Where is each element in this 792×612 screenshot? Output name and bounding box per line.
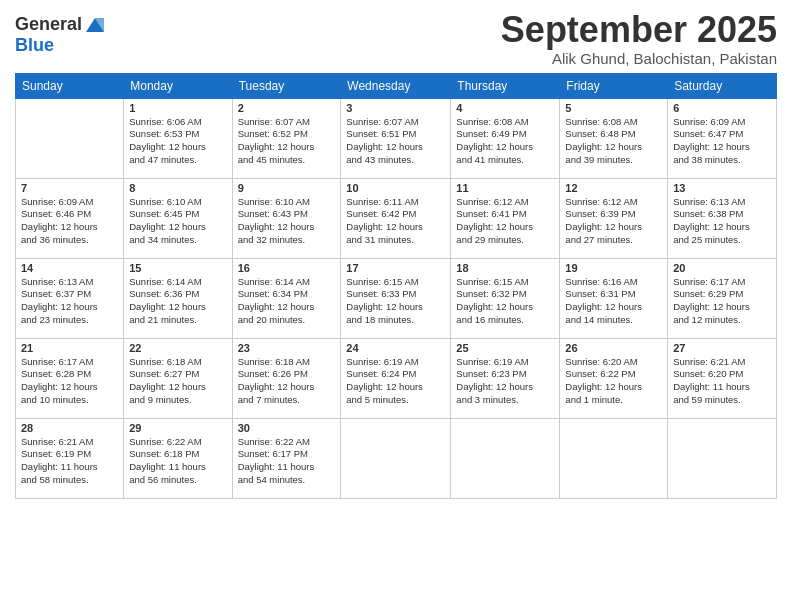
calendar-cell: 24Sunrise: 6:19 AMSunset: 6:24 PMDayligh… — [341, 338, 451, 418]
calendar-cell: 7Sunrise: 6:09 AMSunset: 6:46 PMDaylight… — [16, 178, 124, 258]
day-number: 20 — [673, 262, 771, 274]
day-number: 1 — [129, 102, 226, 114]
day-number: 24 — [346, 342, 445, 354]
logo-blue-text: Blue — [15, 35, 54, 55]
day-number: 16 — [238, 262, 336, 274]
day-number: 30 — [238, 422, 336, 434]
logo-icon — [84, 14, 106, 36]
calendar-cell: 15Sunrise: 6:14 AMSunset: 6:36 PMDayligh… — [124, 258, 232, 338]
day-info: Sunrise: 6:07 AMSunset: 6:52 PMDaylight:… — [238, 116, 336, 167]
calendar-cell: 25Sunrise: 6:19 AMSunset: 6:23 PMDayligh… — [451, 338, 560, 418]
day-info: Sunrise: 6:11 AMSunset: 6:42 PMDaylight:… — [346, 196, 445, 247]
day-info: Sunrise: 6:09 AMSunset: 6:47 PMDaylight:… — [673, 116, 771, 167]
calendar-cell: 16Sunrise: 6:14 AMSunset: 6:34 PMDayligh… — [232, 258, 341, 338]
calendar-cell: 8Sunrise: 6:10 AMSunset: 6:45 PMDaylight… — [124, 178, 232, 258]
day-number: 10 — [346, 182, 445, 194]
calendar-cell: 27Sunrise: 6:21 AMSunset: 6:20 PMDayligh… — [668, 338, 777, 418]
day-number: 13 — [673, 182, 771, 194]
day-info: Sunrise: 6:13 AMSunset: 6:38 PMDaylight:… — [673, 196, 771, 247]
calendar-cell: 3Sunrise: 6:07 AMSunset: 6:51 PMDaylight… — [341, 98, 451, 178]
day-number: 22 — [129, 342, 226, 354]
day-info: Sunrise: 6:13 AMSunset: 6:37 PMDaylight:… — [21, 276, 118, 327]
calendar-header-saturday: Saturday — [668, 73, 777, 98]
calendar-cell: 1Sunrise: 6:06 AMSunset: 6:53 PMDaylight… — [124, 98, 232, 178]
calendar-cell — [341, 418, 451, 498]
day-number: 29 — [129, 422, 226, 434]
day-info: Sunrise: 6:18 AMSunset: 6:26 PMDaylight:… — [238, 356, 336, 407]
day-info: Sunrise: 6:14 AMSunset: 6:34 PMDaylight:… — [238, 276, 336, 327]
calendar-week-row: 21Sunrise: 6:17 AMSunset: 6:28 PMDayligh… — [16, 338, 777, 418]
calendar-cell — [451, 418, 560, 498]
calendar-title: September 2025 — [501, 10, 777, 50]
calendar-cell — [668, 418, 777, 498]
day-info: Sunrise: 6:22 AMSunset: 6:17 PMDaylight:… — [238, 436, 336, 487]
calendar-subtitle: Alik Ghund, Balochistan, Pakistan — [501, 50, 777, 67]
day-info: Sunrise: 6:10 AMSunset: 6:45 PMDaylight:… — [129, 196, 226, 247]
day-number: 12 — [565, 182, 662, 194]
page: General Blue September 2025 Alik Ghund, … — [0, 0, 792, 612]
calendar-header-thursday: Thursday — [451, 73, 560, 98]
day-number: 25 — [456, 342, 554, 354]
calendar-cell: 19Sunrise: 6:16 AMSunset: 6:31 PMDayligh… — [560, 258, 668, 338]
day-number: 5 — [565, 102, 662, 114]
calendar-cell: 6Sunrise: 6:09 AMSunset: 6:47 PMDaylight… — [668, 98, 777, 178]
day-info: Sunrise: 6:15 AMSunset: 6:33 PMDaylight:… — [346, 276, 445, 327]
day-number: 19 — [565, 262, 662, 274]
day-number: 7 — [21, 182, 118, 194]
day-number: 15 — [129, 262, 226, 274]
calendar-table: SundayMondayTuesdayWednesdayThursdayFrid… — [15, 73, 777, 499]
day-number: 28 — [21, 422, 118, 434]
calendar-cell — [560, 418, 668, 498]
logo-general-text: General — [15, 15, 82, 35]
calendar-cell — [16, 98, 124, 178]
calendar-cell: 2Sunrise: 6:07 AMSunset: 6:52 PMDaylight… — [232, 98, 341, 178]
calendar-cell: 21Sunrise: 6:17 AMSunset: 6:28 PMDayligh… — [16, 338, 124, 418]
day-info: Sunrise: 6:07 AMSunset: 6:51 PMDaylight:… — [346, 116, 445, 167]
day-number: 11 — [456, 182, 554, 194]
calendar-week-row: 1Sunrise: 6:06 AMSunset: 6:53 PMDaylight… — [16, 98, 777, 178]
day-info: Sunrise: 6:12 AMSunset: 6:39 PMDaylight:… — [565, 196, 662, 247]
calendar-header-monday: Monday — [124, 73, 232, 98]
day-info: Sunrise: 6:21 AMSunset: 6:20 PMDaylight:… — [673, 356, 771, 407]
day-info: Sunrise: 6:09 AMSunset: 6:46 PMDaylight:… — [21, 196, 118, 247]
calendar-cell: 4Sunrise: 6:08 AMSunset: 6:49 PMDaylight… — [451, 98, 560, 178]
calendar-header-friday: Friday — [560, 73, 668, 98]
calendar-cell: 28Sunrise: 6:21 AMSunset: 6:19 PMDayligh… — [16, 418, 124, 498]
day-info: Sunrise: 6:17 AMSunset: 6:28 PMDaylight:… — [21, 356, 118, 407]
calendar-cell: 12Sunrise: 6:12 AMSunset: 6:39 PMDayligh… — [560, 178, 668, 258]
calendar-week-row: 14Sunrise: 6:13 AMSunset: 6:37 PMDayligh… — [16, 258, 777, 338]
day-number: 6 — [673, 102, 771, 114]
day-number: 26 — [565, 342, 662, 354]
day-info: Sunrise: 6:08 AMSunset: 6:49 PMDaylight:… — [456, 116, 554, 167]
day-number: 27 — [673, 342, 771, 354]
day-number: 23 — [238, 342, 336, 354]
day-info: Sunrise: 6:16 AMSunset: 6:31 PMDaylight:… — [565, 276, 662, 327]
calendar-cell: 22Sunrise: 6:18 AMSunset: 6:27 PMDayligh… — [124, 338, 232, 418]
day-info: Sunrise: 6:17 AMSunset: 6:29 PMDaylight:… — [673, 276, 771, 327]
title-block: September 2025 Alik Ghund, Balochistan, … — [501, 10, 777, 67]
calendar-cell: 5Sunrise: 6:08 AMSunset: 6:48 PMDaylight… — [560, 98, 668, 178]
day-info: Sunrise: 6:19 AMSunset: 6:23 PMDaylight:… — [456, 356, 554, 407]
calendar-cell: 11Sunrise: 6:12 AMSunset: 6:41 PMDayligh… — [451, 178, 560, 258]
calendar-cell: 30Sunrise: 6:22 AMSunset: 6:17 PMDayligh… — [232, 418, 341, 498]
day-info: Sunrise: 6:08 AMSunset: 6:48 PMDaylight:… — [565, 116, 662, 167]
day-info: Sunrise: 6:15 AMSunset: 6:32 PMDaylight:… — [456, 276, 554, 327]
day-number: 4 — [456, 102, 554, 114]
day-number: 21 — [21, 342, 118, 354]
day-info: Sunrise: 6:20 AMSunset: 6:22 PMDaylight:… — [565, 356, 662, 407]
day-info: Sunrise: 6:18 AMSunset: 6:27 PMDaylight:… — [129, 356, 226, 407]
calendar-cell: 29Sunrise: 6:22 AMSunset: 6:18 PMDayligh… — [124, 418, 232, 498]
calendar-cell: 23Sunrise: 6:18 AMSunset: 6:26 PMDayligh… — [232, 338, 341, 418]
logo: General Blue — [15, 14, 106, 56]
day-info: Sunrise: 6:14 AMSunset: 6:36 PMDaylight:… — [129, 276, 226, 327]
day-number: 18 — [456, 262, 554, 274]
day-info: Sunrise: 6:22 AMSunset: 6:18 PMDaylight:… — [129, 436, 226, 487]
day-info: Sunrise: 6:21 AMSunset: 6:19 PMDaylight:… — [21, 436, 118, 487]
calendar-week-row: 28Sunrise: 6:21 AMSunset: 6:19 PMDayligh… — [16, 418, 777, 498]
day-info: Sunrise: 6:12 AMSunset: 6:41 PMDaylight:… — [456, 196, 554, 247]
calendar-cell: 13Sunrise: 6:13 AMSunset: 6:38 PMDayligh… — [668, 178, 777, 258]
calendar-header-sunday: Sunday — [16, 73, 124, 98]
calendar-cell: 14Sunrise: 6:13 AMSunset: 6:37 PMDayligh… — [16, 258, 124, 338]
day-number: 17 — [346, 262, 445, 274]
calendar-cell: 10Sunrise: 6:11 AMSunset: 6:42 PMDayligh… — [341, 178, 451, 258]
